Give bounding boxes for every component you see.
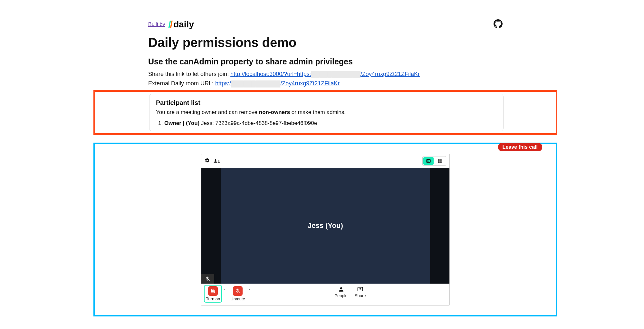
built-by-link[interactable]: Built by	[148, 22, 165, 27]
page-subtitle: Use the canAdmin property to share admin…	[148, 57, 503, 66]
page-title: Daily permissions demo	[148, 35, 503, 50]
github-icon	[494, 19, 503, 28]
leave-call-button[interactable]: Leave this call	[498, 143, 542, 151]
mute-indicator	[201, 274, 214, 284]
svg-rect-2	[438, 159, 440, 161]
participant-card: Participant list You are a meeting owner…	[149, 94, 504, 131]
camera-toggle-button[interactable]: Turn on	[205, 286, 221, 302]
share-screen-icon	[357, 286, 363, 293]
svg-rect-4	[438, 161, 440, 163]
daily-logo: //daily	[168, 20, 194, 29]
svg-rect-3	[440, 159, 442, 161]
mic-off-icon	[235, 288, 241, 294]
people-button[interactable]: People	[332, 286, 350, 299]
external-url-row: External Daily room URL: https:/████████…	[148, 80, 503, 87]
share-link-row: Share this link to let others join: http…	[148, 71, 503, 78]
participant-list-highlight: Participant list You are a meeting owner…	[93, 90, 557, 135]
participant-row: Owner | (You) Jess: 7323a99a-4dbe-4838-8…	[164, 120, 497, 127]
video-embed: 1 Jess (You)	[201, 154, 450, 306]
camera-menu-caret[interactable]: ⌄	[221, 286, 227, 291]
participant-count: 1	[217, 158, 220, 164]
external-link[interactable]: https:/████████████/Zoy4ruxg9Zt21ZFilaKr	[215, 80, 340, 87]
people-count-icon[interactable]: 1	[213, 158, 220, 164]
camera-off-icon	[210, 288, 216, 294]
speaker-view-button[interactable]	[423, 157, 434, 165]
mic-toggle-button[interactable]: Unmute	[229, 286, 246, 302]
svg-rect-5	[440, 161, 442, 163]
mic-menu-caret[interactable]: ⌄	[246, 286, 252, 291]
participant-subtext: You are a meeting owner and can remove n…	[156, 109, 497, 116]
share-link[interactable]: http://localhost:3000/?url=https:███████…	[230, 71, 420, 77]
github-link[interactable]	[494, 19, 503, 30]
grid-view-icon	[437, 158, 443, 164]
video-tile-name: Jess (You)	[308, 221, 343, 230]
call-highlight: Leave this call 1	[93, 143, 557, 316]
share-button[interactable]: Share	[352, 286, 369, 299]
video-stage: Jess (You)	[201, 168, 449, 284]
participant-heading: Participant list	[156, 99, 497, 107]
people-icon	[338, 286, 344, 293]
settings-icon[interactable]	[205, 158, 210, 164]
grid-view-button[interactable]	[435, 157, 445, 165]
speaker-view-icon	[426, 158, 431, 164]
svg-rect-1	[427, 160, 429, 162]
mic-off-icon	[205, 276, 210, 281]
